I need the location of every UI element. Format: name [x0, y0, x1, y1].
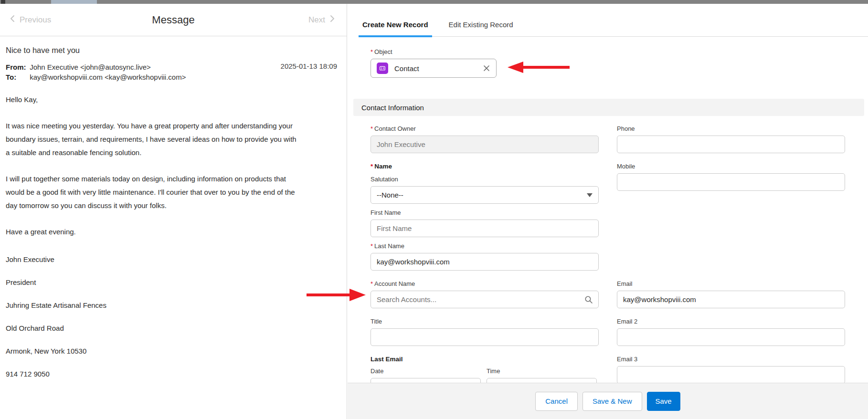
mobile-label: Mobile: [617, 163, 845, 170]
time-label: Time: [487, 367, 597, 375]
top-strip-segment: [51, 0, 97, 4]
to-label: To:: [6, 72, 28, 82]
section-header: Contact Information: [353, 99, 864, 116]
salutation-select[interactable]: --None--: [370, 186, 599, 204]
account-name-label: Account Name: [374, 280, 415, 287]
clear-icon[interactable]: [483, 64, 490, 72]
phone-field: Phone: [617, 125, 845, 153]
annotation-arrow-account-name: [307, 289, 366, 301]
previous-button[interactable]: Previous: [10, 15, 51, 25]
email-meta: From: John Executive <john@autosync.live…: [6, 62, 339, 82]
form-footer: Cancel Save & New Save: [348, 383, 868, 419]
contact-owner-label: Contact Owner: [374, 125, 416, 132]
signature-line: Armonk, New York 10530: [6, 346, 299, 356]
record-panel: Create New Record Edit Existing Record *…: [348, 4, 868, 419]
email2-input[interactable]: [617, 328, 845, 346]
email3-input[interactable]: [617, 366, 845, 383]
save-button[interactable]: Save: [647, 392, 680, 411]
phone-input[interactable]: [617, 136, 845, 153]
account-search-input[interactable]: [370, 291, 599, 308]
signature-line: Juhring Estate Artisanal Fences: [6, 301, 299, 310]
browser-top-strip: [0, 0, 868, 4]
required-asterisk: *: [370, 163, 373, 170]
save-and-new-button[interactable]: Save & New: [582, 392, 642, 411]
from-value: John Executive <john@autosync.live>: [30, 63, 151, 71]
title-field: Title: [370, 318, 599, 346]
record-form: *Object Contact: [348, 37, 868, 383]
email-content: Nice to have met you From: John Executiv…: [0, 36, 347, 378]
title-input[interactable]: [370, 328, 599, 346]
chevron-right-icon: [330, 15, 335, 25]
name-group: *Name Salutation --None-- First Name *La…: [370, 163, 599, 271]
tab-create-new-record[interactable]: Create New Record: [359, 21, 432, 36]
email2-label: Email 2: [617, 318, 845, 325]
signature-line: John Executive: [6, 255, 299, 264]
search-icon: [584, 295, 593, 304]
email-header: Previous Message Next: [0, 4, 347, 36]
signature-line: Old Orchard Road: [6, 324, 299, 333]
email-body: Hello Kay, It was nice meeting you yeste…: [6, 93, 299, 378]
time-input[interactable]: [487, 378, 597, 383]
body-paragraph: It was nice meeting you yesterday. You h…: [6, 119, 299, 159]
next-label: Next: [308, 15, 325, 25]
tab-bar: Create New Record Edit Existing Record: [359, 4, 868, 37]
name-group-label: Name: [374, 163, 392, 170]
email3-field: Email 3: [617, 356, 845, 383]
email-field: Email: [617, 280, 845, 308]
email-timestamp: 2025-01-13 18:09: [281, 62, 337, 70]
date-label: Date: [370, 367, 481, 375]
first-name-input[interactable]: [370, 220, 599, 237]
required-asterisk: *: [370, 242, 373, 250]
date-input[interactable]: [370, 378, 481, 383]
next-button[interactable]: Next: [308, 15, 335, 25]
first-name-label: First Name: [370, 209, 599, 216]
email-label: Email: [617, 280, 845, 287]
cancel-button[interactable]: Cancel: [535, 392, 578, 411]
last-name-label: Last Name: [374, 242, 404, 250]
salutation-value: --None--: [377, 191, 403, 199]
last-email-group: Last Email Date Time: [370, 356, 599, 383]
chevron-left-icon: [10, 15, 15, 25]
object-field-block: *Object Contact: [370, 48, 868, 78]
last-name-input[interactable]: [370, 253, 599, 271]
annotation-arrow-object: [508, 61, 570, 73]
body-paragraph: Hello Kay,: [6, 93, 299, 106]
signature-line: 914 712 9050: [6, 369, 299, 378]
date-field: Date: [370, 367, 481, 383]
signature-line: President: [6, 278, 299, 287]
body-paragraph: I will put together some materials today…: [6, 172, 299, 212]
object-label: *Object: [370, 48, 868, 55]
dropdown-caret-icon: [587, 193, 593, 197]
mobile-field: Mobile: [617, 163, 845, 271]
body-paragraph: Have a great evening.: [6, 225, 299, 239]
last-email-label: Last Email: [370, 356, 599, 363]
email-panel: Previous Message Next Nice to have met y…: [0, 4, 347, 419]
from-label: From:: [6, 62, 28, 72]
phone-label: Phone: [617, 125, 845, 132]
email-input[interactable]: [617, 291, 845, 308]
previous-label: Previous: [20, 15, 51, 25]
time-field: Time: [487, 367, 597, 383]
top-strip-dot: [1, 0, 5, 4]
salutation-label: Salutation: [370, 176, 599, 183]
title-label: Title: [370, 318, 599, 325]
email2-field: Email 2: [617, 318, 845, 346]
contact-owner-input: [370, 136, 599, 153]
required-asterisk: *: [370, 280, 373, 287]
required-asterisk: *: [370, 125, 373, 132]
page-title: Message: [0, 14, 347, 26]
object-value: Contact: [394, 64, 419, 73]
account-name-field: *Account Name: [370, 280, 599, 308]
object-selector[interactable]: Contact: [370, 59, 497, 78]
section-title: Contact Information: [353, 104, 424, 112]
contact-icon: [377, 63, 388, 74]
to-value: kay@workshopviii.com <kay@workshopviii.c…: [30, 73, 186, 81]
email-subject: Nice to have met you: [6, 46, 339, 55]
required-asterisk: *: [370, 48, 373, 55]
email3-label: Email 3: [617, 356, 845, 363]
tab-edit-existing-record[interactable]: Edit Existing Record: [445, 21, 517, 36]
contact-owner-field: *Contact Owner: [370, 125, 599, 153]
mobile-input[interactable]: [617, 173, 845, 191]
